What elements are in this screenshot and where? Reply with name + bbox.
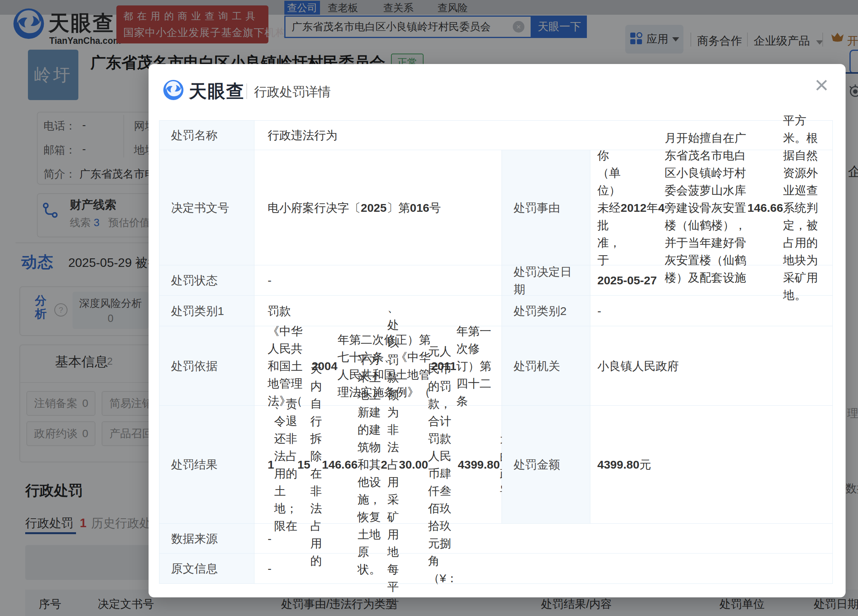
reason-value: 你（单位）未经批准，于2012年4月开始擅自在广东省茂名市电白区小良镇岭圩村委会… [590, 150, 833, 265]
row-label: 处罚金额 [502, 406, 590, 524]
penalty-detail-table: 处罚名称 行政违法行为 决定书文号 电小府案行决字〔 2025 〕第016号 处… [159, 120, 833, 584]
amount-value: 4399.80元 [590, 406, 833, 524]
authority-value: 小良镇人民政府 [590, 326, 833, 406]
row-label: 处罚状态 [159, 265, 254, 296]
close-icon[interactable]: × [808, 71, 835, 98]
row-label: 决定书文号 [159, 150, 254, 265]
source-value: - [254, 524, 833, 554]
row-label: 处罚类别1 [159, 296, 254, 326]
modal-logo-icon [163, 80, 184, 100]
row-label: 处罚机关 [502, 326, 590, 406]
row-label: 处罚事由 [502, 150, 590, 265]
type1-value: 罚款 [254, 296, 502, 326]
doc-no-value: 电小府案行决字〔 2025 〕第016号 [254, 150, 502, 265]
row-label: 处罚类别2 [502, 296, 590, 326]
row-label: 处罚依据 [159, 326, 254, 406]
modal-title-divider [246, 83, 247, 99]
status-value: - [254, 265, 502, 296]
modal-title: 行政处罚详情 [254, 83, 331, 101]
row-label: 数据来源 [159, 524, 254, 554]
decision-date-value: 2025-05-27 [590, 265, 833, 296]
type2-value: - [590, 296, 833, 326]
result-value: 1、责令退还非法占用的土地；限在15天内自行拆除在非法占用的146.66平方米土… [254, 406, 502, 524]
row-label: 原文信息 [159, 554, 254, 584]
original-value: - [254, 554, 833, 584]
modal-brand: 天眼查 [189, 80, 245, 104]
page: 天眼查 TianYanCha.com 都在用的商业查询工具 国家中小企业发展子基… [0, 0, 858, 616]
penalty-detail-modal: 天眼查 行政处罚详情 × 处罚名称 行政违法行为 决定书文号 电小府案行决字〔 … [149, 64, 846, 597]
row-label: 处罚名称 [159, 121, 254, 150]
row-label: 处罚决定日期 [502, 265, 590, 296]
row-label: 处罚结果 [159, 406, 254, 524]
